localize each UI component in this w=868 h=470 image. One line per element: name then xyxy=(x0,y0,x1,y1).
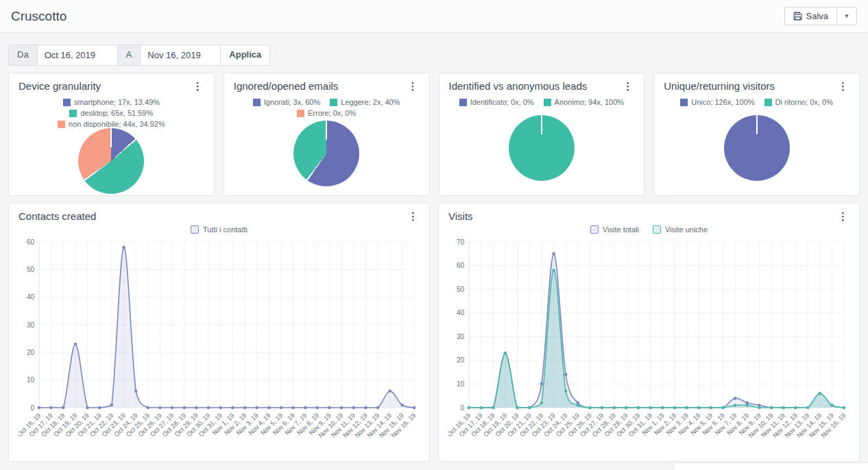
legend-label: Di ritorno; 0x, 0% xyxy=(775,98,833,106)
card-unique-returning-visitors: Unique/returning visitors ⋮ Unico; 126x,… xyxy=(653,73,860,196)
pie-legend: Ignorati; 3x, 60%Leggere; 2x, 40%Errore;… xyxy=(234,98,420,117)
pie-legend: smartphone; 17x, 13.49%desktop; 65x, 51.… xyxy=(19,98,204,128)
legend-swatch xyxy=(459,99,467,106)
svg-text:20: 20 xyxy=(27,349,35,356)
svg-text:70: 70 xyxy=(457,238,465,246)
to-date-input[interactable] xyxy=(140,45,221,66)
page-title: Cruscotto xyxy=(11,9,67,24)
card-title: Device granularity xyxy=(19,80,101,92)
legend-item[interactable]: non disponibile; 44x, 34.92% xyxy=(58,120,165,128)
legend-item[interactable]: Unico; 126x, 100% xyxy=(680,98,754,106)
pie-cards-row: Device granularity ⋮ smartphone; 17x, 13… xyxy=(8,73,860,196)
svg-text:0: 0 xyxy=(460,404,464,412)
kebab-vertical-icon[interactable]: ⋮ xyxy=(836,211,849,221)
line-legend: Tutti i contatti xyxy=(19,225,420,234)
card-title: Contacts created xyxy=(19,210,96,222)
chevron-down-icon: ▼ xyxy=(844,14,849,19)
legend-swatch xyxy=(764,99,772,106)
card-title: Identified vs anonymous leads xyxy=(449,80,588,92)
card-visits: Visits ⋮ Visite totaliVisite uniche 0102… xyxy=(438,203,860,462)
kebab-vertical-icon[interactable]: ⋮ xyxy=(191,81,204,91)
legend-item[interactable]: Tutti i contatti xyxy=(191,225,248,234)
legend-swatch xyxy=(253,99,261,106)
legend-item[interactable]: Di ritorno; 0x, 0% xyxy=(764,98,833,106)
line-cards-row: Contacts created ⋮ Tutti i contatti 0102… xyxy=(8,203,860,462)
legend-swatch xyxy=(191,225,199,234)
legend-item[interactable]: Errore; 0x, 0% xyxy=(297,109,356,117)
card-ignored-opened-emails: Ignored/opened emails ⋮ Ignorati; 3x, 60… xyxy=(224,73,430,196)
pie-legend: Unico; 126x, 100%Di ritorno; 0x, 0% xyxy=(664,98,849,106)
legend-label: Unico; 126x, 100% xyxy=(691,98,754,106)
svg-text:10: 10 xyxy=(457,380,465,388)
svg-text:30: 30 xyxy=(27,321,35,329)
legend-label: Errore; 0x, 0% xyxy=(308,109,356,117)
save-button-group: Salva ▼ xyxy=(784,7,857,25)
svg-text:30: 30 xyxy=(457,333,465,341)
kebab-vertical-icon[interactable]: ⋮ xyxy=(407,81,420,91)
floppy-disk-icon xyxy=(793,12,802,21)
legend-swatch xyxy=(58,121,65,128)
apply-button[interactable]: Applica xyxy=(220,45,270,66)
legend-label: desktop; 65x, 51.59% xyxy=(80,109,153,117)
legend-item[interactable]: Anonimo; 94x, 100% xyxy=(544,98,625,106)
legend-swatch xyxy=(680,99,688,106)
date-range-filter: Da A Applica xyxy=(8,45,860,66)
visits-chart[interactable]: 010203040506070Oct 16, 19Oct 17, 19Oct 1… xyxy=(448,235,849,453)
save-button-label: Salva xyxy=(806,12,829,21)
kebab-vertical-icon[interactable]: ⋮ xyxy=(836,81,849,91)
legend-label: smartphone; 17x, 13.49% xyxy=(74,98,160,106)
legend-label: Identificato; 0x, 0% xyxy=(470,98,534,106)
legend-swatch xyxy=(590,225,599,234)
legend-label: Leggere; 2x, 40% xyxy=(341,98,400,106)
pie-chart-device-granularity[interactable] xyxy=(78,128,144,194)
legend-label: Visite totali xyxy=(603,225,639,234)
card-identified-vs-anonymous-leads: Identified vs anonymous leads ⋮ Identifi… xyxy=(439,73,645,196)
top-bar: Cruscotto Salva ▼ xyxy=(0,0,868,33)
svg-text:0: 0 xyxy=(30,404,34,412)
legend-item[interactable]: Identificato; 0x, 0% xyxy=(459,98,534,106)
legend-label: Tutti i contatti xyxy=(203,225,248,234)
svg-text:50: 50 xyxy=(27,266,35,273)
legend-item[interactable]: desktop; 65x, 51.59% xyxy=(69,109,153,117)
pie-chart-unique-returning-visitors[interactable] xyxy=(724,115,790,181)
legend-swatch xyxy=(653,225,661,234)
legend-swatch xyxy=(330,99,337,106)
card-contacts-created: Contacts created ⋮ Tutti i contatti 0102… xyxy=(8,203,430,462)
pie-legend: Identificato; 0x, 0%Anonimo; 94x, 100% xyxy=(449,98,635,106)
svg-text:40: 40 xyxy=(27,293,35,301)
legend-item[interactable]: Visite totali xyxy=(590,225,639,234)
legend-item[interactable]: Leggere; 2x, 40% xyxy=(330,98,400,106)
svg-text:20: 20 xyxy=(457,356,465,364)
card-title: Visits xyxy=(448,210,473,222)
pie-chart-identified-vs-anonymous-leads[interactable] xyxy=(509,115,575,181)
legend-swatch xyxy=(63,99,71,106)
legend-swatch xyxy=(544,99,551,106)
from-label: Da xyxy=(8,45,38,66)
legend-item[interactable]: Visite uniche xyxy=(653,225,708,234)
svg-text:10: 10 xyxy=(27,376,35,384)
svg-text:40: 40 xyxy=(457,309,465,317)
legend-item[interactable]: Ignorati; 3x, 60% xyxy=(253,98,321,106)
svg-text:60: 60 xyxy=(457,262,465,269)
legend-item[interactable]: smartphone; 17x, 13.49% xyxy=(63,98,160,106)
contacts-created-chart[interactable]: 0102030405060Oct 16, 19Oct 17, 19Oct 18,… xyxy=(19,235,420,453)
between-label: A xyxy=(117,45,141,66)
legend-swatch xyxy=(297,110,304,117)
save-options-button[interactable]: ▼ xyxy=(837,7,857,25)
card-title: Ignored/opened emails xyxy=(234,80,339,92)
legend-label: non disponibile; 44x, 34.92% xyxy=(69,120,165,128)
legend-label: Anonimo; 94x, 100% xyxy=(555,98,625,106)
line-legend: Visite totaliVisite uniche xyxy=(448,225,849,234)
save-button[interactable]: Salva xyxy=(784,7,838,25)
card-title: Unique/returning visitors xyxy=(664,80,775,92)
kebab-vertical-icon[interactable]: ⋮ xyxy=(407,211,420,221)
kebab-vertical-icon[interactable]: ⋮ xyxy=(621,81,634,91)
legend-label: Visite uniche xyxy=(665,225,708,234)
legend-swatch xyxy=(69,110,77,117)
legend-label: Ignorati; 3x, 60% xyxy=(264,98,321,106)
card-device-granularity: Device granularity ⋮ smartphone; 17x, 13… xyxy=(8,73,215,196)
svg-text:50: 50 xyxy=(457,286,465,293)
next-row-partial-card xyxy=(673,462,868,470)
pie-chart-ignored-opened-emails[interactable] xyxy=(293,121,359,186)
from-date-input[interactable] xyxy=(37,45,118,66)
